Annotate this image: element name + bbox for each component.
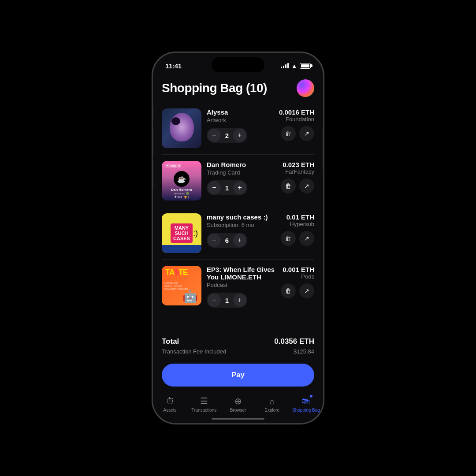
quantity-decrease-dan-romero[interactable]: − — [208, 181, 221, 194]
legend-badge: ★ Legend — [164, 164, 182, 168]
item-platform-alyssa: Foundation — [279, 116, 314, 123]
taste-robot-icon: 🤖 — [182, 289, 198, 304]
cart-item-many-such-cases: MANYSUCHCASES :) many such cases :) Subs… — [162, 207, 314, 260]
smiley-icon: :) — [193, 229, 198, 238]
tab-shopping-bag[interactable]: 🛍 Shopping Bag — [289, 396, 323, 413]
item-image-many-such-cases: MANYSUCHCASES :) — [162, 213, 201, 253]
quantity-decrease-many-such-cases[interactable]: − — [208, 234, 221, 247]
item-type-taste: Podcast — [207, 282, 275, 288]
item-right-many-such-cases: 0.01 ETH Hypersub 🗑 ↗ — [281, 213, 314, 246]
shopping-bag-icon: 🛍 — [301, 396, 310, 406]
tab-shopping-bag-label: Shopping Bag — [292, 408, 320, 413]
quantity-value-taste: 1 — [221, 297, 233, 304]
phone-frame: 11:41 ▲ Shopping Bag (10) — [152, 52, 324, 424]
explore-icon: ⌕ — [269, 396, 275, 406]
item-image-taste: TA$TE LIMONE.ETHSERIAL HACKERCOMMUNITY B… — [162, 266, 201, 305]
signal-icon — [281, 63, 289, 68]
tab-browser-label: Browser — [230, 408, 246, 413]
quantity-decrease-taste[interactable]: − — [208, 294, 221, 307]
open-button-alyssa[interactable]: ↗ — [299, 126, 314, 141]
total-eth: 0.0356 ETH — [274, 337, 314, 346]
action-buttons-taste: 🗑 ↗ — [281, 283, 314, 298]
cart-list: Alyssa Artwork − 2 + 0.0016 ETH Foundati… — [153, 102, 323, 330]
item-platform-dan-romero: FarFantasy — [283, 168, 314, 175]
item-name-taste: EP3: When Life Gives You LIMONE.ETH — [207, 266, 275, 281]
item-right-dan-romero: 0.023 ETH FarFantasy 🗑 ↗ — [281, 161, 314, 193]
total-label: Total — [162, 337, 179, 346]
item-details-taste: EP3: When Life Gives You LIMONE.ETH Podc… — [207, 266, 275, 308]
open-button-dan-romero[interactable]: ↗ — [299, 178, 314, 193]
item-details-dan-romero: Dan Romero Trading Card − 1 + — [207, 161, 275, 195]
quantity-control-alyssa: − 2 + — [207, 128, 247, 143]
cart-item-alyssa: Alyssa Artwork − 2 + 0.0016 ETH Foundati… — [162, 102, 314, 155]
item-price-taste: 0.001 ETH — [283, 266, 314, 273]
tab-explore-label: Explore — [264, 408, 279, 413]
browser-icon: ⊕ — [234, 396, 242, 406]
item-platform-taste: Pods — [283, 273, 314, 280]
tab-assets[interactable]: ⏱ Assets — [153, 396, 187, 413]
quantity-increase-taste[interactable]: + — [233, 294, 246, 307]
card-handle: @dwr.eth 🟢 — [174, 192, 189, 195]
status-icons: ▲ — [281, 63, 311, 69]
item-type-many-such-cases: Subscription: 6 mo — [207, 222, 275, 228]
user-avatar[interactable] — [297, 79, 314, 97]
action-buttons-many-such-cases: 🗑 ↗ — [281, 231, 314, 246]
item-details-many-such-cases: many such cases :) Subscription: 6 mo − … — [207, 213, 275, 248]
delete-button-many-such-cases[interactable]: 🗑 — [281, 231, 296, 246]
taste-title-art: TA$TE — [165, 268, 188, 276]
item-right-alyssa: 0.0016 ETH Foundation 🗑 ↗ — [279, 108, 314, 141]
status-bar: 11:41 ▲ — [153, 53, 323, 72]
side-volume-up-button[interactable] — [152, 128, 153, 156]
item-image-alyssa — [162, 108, 201, 148]
pay-button[interactable]: Pay — [162, 364, 314, 387]
quantity-increase-alyssa[interactable]: + — [233, 129, 246, 142]
quantity-increase-many-such-cases[interactable]: + — [233, 234, 246, 247]
tab-assets-label: Assets — [164, 408, 177, 413]
status-time: 11:41 — [165, 62, 182, 70]
item-details-alyssa: Alyssa Artwork − 2 + — [207, 108, 274, 143]
item-name-many-such-cases: many such cases :) — [207, 213, 275, 221]
tab-browser[interactable]: ⊕ Browser — [221, 396, 255, 413]
header: Shopping Bag (10) — [153, 72, 323, 102]
wifi-icon: ▲ — [291, 63, 297, 69]
delete-button-taste[interactable]: 🗑 — [281, 283, 296, 298]
tab-transactions[interactable]: ☰ Transactions — [187, 396, 221, 413]
side-power-button[interactable] — [323, 128, 324, 170]
many-text-block: MANYSUCHCASES — [171, 223, 193, 243]
pay-button-container: Pay — [153, 360, 323, 392]
tab-transactions-label: Transactions — [191, 408, 216, 413]
home-bar — [212, 418, 264, 420]
cart-item-dan-romero: ★ Legend ☕ Dan Romero @dwr.eth 🟢 👁 524🏆 … — [162, 155, 314, 207]
quantity-control-many-such-cases: − 6 + — [207, 233, 247, 248]
delete-button-alyssa[interactable]: 🗑 — [281, 126, 296, 141]
item-price-dan-romero: 0.023 ETH — [283, 161, 314, 168]
quantity-increase-dan-romero[interactable]: + — [233, 181, 246, 194]
shopping-bag-badge — [309, 394, 313, 398]
item-price-many-such-cases: 0.01 ETH — [286, 213, 314, 221]
dynamic-island — [212, 57, 264, 72]
card-name-text: Dan Romero — [171, 188, 192, 192]
item-platform-many-such-cases: Hypersub — [286, 221, 314, 227]
tab-bar: ⏱ Assets ☰ Transactions ⊕ Browser ⌕ Expl… — [153, 392, 323, 414]
side-volume-down-button[interactable] — [152, 161, 153, 190]
shopping-bag-icon-container: 🛍 — [301, 396, 310, 406]
side-mute-button[interactable] — [152, 106, 153, 120]
item-image-dan-romero: ★ Legend ☕ Dan Romero @dwr.eth 🟢 👁 524🏆 … — [162, 161, 201, 201]
quantity-decrease-alyssa[interactable]: − — [208, 129, 221, 142]
battery-icon — [300, 63, 311, 69]
delete-button-dan-romero[interactable]: 🗑 — [281, 178, 296, 193]
home-indicator — [153, 414, 323, 423]
item-name-dan-romero: Dan Romero — [207, 161, 275, 168]
item-price-alyssa: 0.0016 ETH — [279, 108, 314, 116]
open-button-many-such-cases[interactable]: ↗ — [299, 231, 314, 246]
open-button-taste[interactable]: ↗ — [299, 283, 314, 298]
quantity-control-taste: − 1 + — [207, 293, 247, 308]
assets-icon: ⏱ — [166, 396, 175, 406]
total-section: Total 0.0356 ETH Transaction Fee Include… — [153, 330, 323, 360]
card-stats: 👁 524🏆 1 — [174, 196, 189, 199]
card-logo: ☕ — [174, 171, 190, 187]
quantity-value-alyssa: 2 — [221, 132, 233, 139]
item-type-alyssa: Artwork — [207, 117, 274, 123]
tab-explore[interactable]: ⌕ Explore — [255, 396, 289, 413]
page-title: Shopping Bag (10) — [162, 81, 267, 95]
